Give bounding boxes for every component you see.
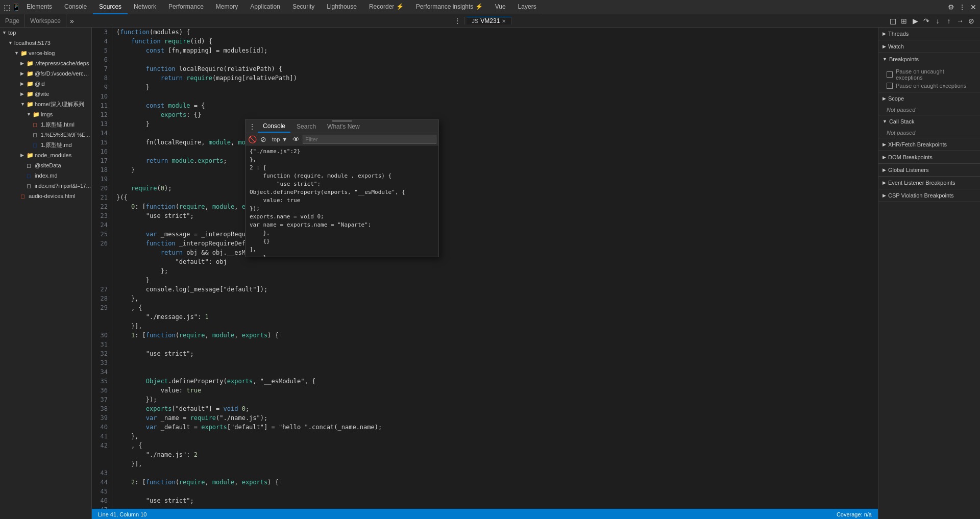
tree-sitedata[interactable]: ◻ @siteData [0,160,91,170]
uncaught-checkbox[interactable] [887,71,893,78]
console-tab-search[interactable]: Search [291,120,321,133]
clear-console-icon[interactable]: 🚫 [248,135,257,144]
split-editor-icon[interactable]: ⊞ [899,16,909,26]
tree-index-md-import[interactable]: ◻ index.md?import&t=170134 [0,181,91,191]
line-number: 22 [96,202,108,211]
deactivate-breakpoints-icon[interactable]: ⊘ [967,16,976,26]
tree-html1[interactable]: ◻ 1.原型链.html [0,119,91,130]
console-panel: ⋮ Console Search What's New 🚫 ⊘ top ▼ 👁 … [245,119,439,257]
line-number: 36 [96,386,108,395]
tree-node-modules[interactable]: ▶ 📁 node_modules [0,150,91,160]
tab-console[interactable]: Console [58,0,93,14]
more-icon[interactable]: ⋮ [958,3,967,12]
tree-verce-blog[interactable]: ▼ 📁 verce-blog [0,48,91,58]
line-number: 24 [96,220,108,230]
tree-index-md[interactable]: ◻ index.md [0,170,91,181]
more-tabs-icon[interactable]: » [67,16,77,26]
resume-icon[interactable]: ▶ [911,16,920,26]
inspect-icon[interactable]: ⬚ [2,3,11,12]
callstack-header[interactable]: ▼ Call Stack [878,115,980,128]
tab-vue[interactable]: Vue [489,0,512,14]
tree-id[interactable]: ▶ 📁 @id [0,79,91,89]
line-number: 39 [96,413,108,423]
close-devtools-icon[interactable]: ✕ [969,3,978,12]
clear-on-nav-icon[interactable]: ⊘ [259,135,268,144]
console-output-line: "use strict"; [250,180,434,188]
tab-recorder[interactable]: Recorder ⚡ [363,0,410,14]
tab-security[interactable]: Security [286,0,321,14]
console-output-line: Object.defineProperty(exports, "__esModu… [250,188,434,196]
breakpoint-uncaught[interactable]: Pause on uncaught exceptions [887,67,972,82]
code-line: }; [116,266,874,276]
tree-vitepress[interactable]: ▶ 📁 .vitepress/cache/deps [0,58,91,68]
console-context-selector[interactable]: top ▼ [270,136,289,142]
tree-audio[interactable]: ◻ audio-devices.html [0,191,91,201]
tree-top[interactable]: ▼ top [0,28,91,38]
tab-layers[interactable]: Layers [512,0,543,14]
dom-header[interactable]: ▶ DOM Breakpoints [878,151,980,163]
console-output[interactable]: {"./name.js":2}},2 : [ function (require… [246,145,438,257]
threads-section: ▶ Threads [878,28,980,40]
tab-application[interactable]: Application [244,0,286,14]
step-over-icon[interactable]: ↷ [922,16,931,26]
caught-checkbox[interactable] [887,83,893,89]
more-actions-icon[interactable]: ⋮ [453,16,462,26]
tab-network[interactable]: Network [128,0,162,14]
page-tab[interactable]: Page [0,14,25,27]
console-more-icon[interactable]: ⋮ [248,122,257,131]
tree-encoded[interactable]: ◻ 1.%E5%8E%9F%E5%9E%8B [0,130,91,140]
code-line [116,129,874,138]
code-line: }({ [116,193,874,202]
tab-elements[interactable]: Elements [20,0,58,14]
tree-home[interactable]: ▼ 📁 home/深入理解系列 [0,99,91,109]
step-into-icon[interactable]: ↓ [933,16,942,26]
line-number: 20 [96,184,108,193]
tree-fs[interactable]: ▶ 📁 @fs/D:/vscode/verce-blog/r [0,68,91,79]
console-tab-console[interactable]: Console [258,120,290,133]
xhr-header[interactable]: ▶ XHR/Fetch Breakpoints [878,138,980,151]
console-eye-icon[interactable]: 👁 [291,135,301,144]
active-file-tab[interactable]: JS VM231 ✕ [467,17,511,24]
breakpoints-header[interactable]: ▼ Breakpoints [878,53,980,65]
tree-localhost[interactable]: ▼ localhost:5173 [0,38,91,48]
tree-vite[interactable]: ▶ 📁 @vite [0,89,91,99]
threads-header[interactable]: ▶ Threads [878,28,980,40]
tab-perf-insights[interactable]: Performance insights ⚡ [410,0,489,14]
line-number: 44 [96,478,108,487]
step-out-icon[interactable]: ↑ [944,16,953,26]
code-line [116,55,874,64]
code-editor[interactable]: (function(modules) { function require(id… [112,28,878,519]
line-number: 25 [96,230,108,239]
watch-header[interactable]: ▶ Watch [878,40,980,53]
step-icon[interactable]: → [955,16,965,26]
code-line: , { [116,303,874,312]
nav-bar: Elements Console Sources Network Perform… [20,0,543,14]
global-listeners-header[interactable]: ▶ Global Listeners [878,164,980,176]
toggle-sidebar-icon[interactable]: ◫ [888,16,897,26]
code-container[interactable]: 3456789101112131415161718192021222324252… [92,28,878,519]
tab-performance[interactable]: Performance [162,0,210,14]
console-output-line: }); [250,205,434,213]
workspace-tab[interactable]: Workspace [25,14,66,27]
close-file-tab-btn[interactable]: ✕ [502,18,506,24]
device-icon[interactable]: 📱 [11,3,20,12]
code-line [116,220,874,230]
scope-header[interactable]: ▶ Scope [878,92,980,105]
csp-header[interactable]: ▶ CSP Violation Breakpoints [878,189,980,202]
settings-icon[interactable]: ⚙ [946,3,955,12]
code-line: }], [116,322,874,331]
tab-memory[interactable]: Memory [210,0,244,14]
code-line: "use strict"; [116,496,874,505]
tab-lighthouse[interactable]: Lighthouse [321,0,363,14]
code-line: "./name.js": 2 [116,450,874,459]
tree-imgs[interactable]: ▼ 📁 imgs [0,109,91,119]
line-number [96,276,108,285]
code-line: function require(id) { [116,37,874,46]
event-listener-header[interactable]: ▶ Event Listener Breakpoints [878,177,980,189]
breakpoint-caught[interactable]: Pause on caught exceptions [887,82,972,90]
console-drag-handle[interactable] [332,120,352,122]
tab-sources[interactable]: Sources [93,0,128,14]
tree-md1[interactable]: ◻ 1.原型链.md [0,140,91,150]
code-line: require(0); [116,184,874,193]
console-filter-input[interactable] [303,135,436,144]
